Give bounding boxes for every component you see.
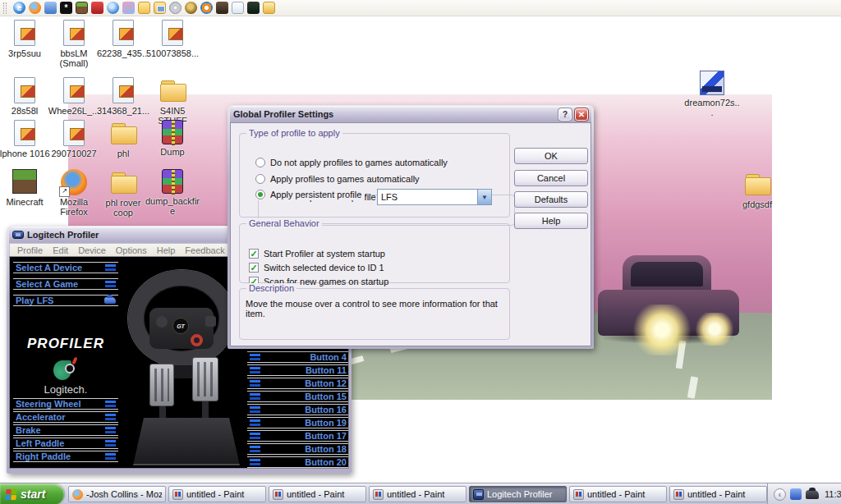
desktop-icon-label: 62238_435... — [97, 48, 149, 58]
radio-label: Do not apply profiles to games automatic… — [270, 158, 448, 167]
nav-steering-wheel[interactable]: Steering Wheel — [13, 398, 118, 410]
internet-explorer-icon[interactable]: e — [13, 2, 25, 14]
nav-select-a-game[interactable]: Select A Game — [13, 278, 118, 290]
checkbox-switch-device-id[interactable]: ✓ Switch selected device to ID 1 — [249, 262, 384, 273]
group-title: Type of profile to apply — [246, 128, 342, 138]
image-file-icon — [14, 77, 35, 103]
nav-left-paddle[interactable]: Left Paddle — [13, 438, 118, 449]
tray-wheel-icon[interactable] — [806, 490, 819, 499]
ok-button[interactable]: OK — [514, 148, 588, 164]
device-nav: Select A Device Select A Game Play LFS — [13, 262, 118, 311]
button-row[interactable]: Button 20 — [247, 456, 349, 468]
taskbar-item-paint[interactable]: untitled - Paint — [369, 486, 466, 502]
desktop-icon[interactable]: Minecraft — [0, 169, 53, 207]
clock[interactable]: 11:34 — [823, 489, 841, 499]
world-of-warcraft-icon[interactable] — [185, 2, 197, 14]
radio-do-not-apply[interactable]: Do not apply profiles to games automatic… — [255, 157, 451, 168]
dialog-titlebar[interactable]: Global Profiler Settings ? ✕ — [230, 106, 591, 122]
desktop-icon[interactable]: phl — [95, 120, 151, 158]
desktop-icon[interactable]: 3rp5suu — [0, 20, 53, 58]
radio-apply-persistent[interactable]: Apply persistent profile — [255, 189, 365, 200]
profiler-logo-text: PROFILER — [13, 336, 118, 352]
menu-edit[interactable]: Edit — [48, 245, 72, 255]
taskbar-item-paint[interactable]: untitled - Paint — [569, 486, 667, 502]
ati-catalyst-icon[interactable] — [91, 2, 103, 14]
taskbar-item-logitech-profiler[interactable]: Logitech Profiler — [469, 486, 567, 502]
menu-feedback[interactable]: Feedback — [181, 245, 228, 255]
start-button[interactable]: start — [0, 483, 64, 504]
nav-brake[interactable]: Brake — [13, 424, 118, 436]
help-titlebar-button[interactable]: ? — [558, 108, 572, 121]
desktop-icon-label: Dump — [160, 147, 184, 157]
desktop-icon[interactable]: bbsLM (Small) — [46, 20, 102, 68]
dark-app-icon[interactable] — [247, 2, 260, 14]
desktop-icon[interactable]: dump_backfire — [145, 169, 200, 216]
nav-play-lfs[interactable]: Play LFS — [13, 295, 118, 306]
folder-icon[interactable] — [138, 2, 150, 14]
nav-label: Play LFS — [16, 296, 53, 305]
button-row[interactable]: Button 15 — [247, 391, 349, 402]
tray-app-icon[interactable] — [790, 488, 802, 500]
desktop-icon[interactable]: 28s58l — [0, 77, 53, 116]
button-row[interactable]: Button 12 — [247, 378, 349, 389]
document-icon[interactable] — [232, 2, 244, 14]
desktop-icon[interactable]: 290710027 — [46, 120, 102, 158]
taskbar-item-paint[interactable]: untitled - Paint — [669, 486, 767, 502]
headlight-glow — [695, 313, 734, 346]
nav-accelerator[interactable]: Accelerator — [13, 411, 118, 423]
chevron-down-icon[interactable]: ▼ — [477, 190, 491, 204]
game-icon[interactable]: * — [60, 2, 72, 14]
minecraft-icon[interactable] — [76, 2, 88, 14]
desktop-icon[interactable]: gfdgsdf — [729, 171, 785, 209]
open-folder-icon[interactable] — [263, 2, 275, 14]
nav-label: Right Paddle — [16, 451, 71, 461]
desktop-icon[interactable]: 510073858... — [145, 20, 200, 58]
messenger-icon[interactable] — [44, 2, 57, 14]
menu-profile[interactable]: Profile — [13, 245, 47, 255]
desktop-icon[interactable]: S4IN5 STUFF — [145, 77, 200, 126]
desktop-icon[interactable]: 62238_435... — [95, 20, 151, 58]
red-dial — [191, 334, 203, 346]
media-player-icon[interactable] — [200, 2, 213, 14]
desktop-icon[interactable]: dreamon72s... — [684, 71, 740, 117]
desktop-icon[interactable]: phl rover coop — [95, 169, 151, 218]
cancel-button[interactable]: Cancel — [514, 170, 588, 186]
button-row[interactable]: Button 17 — [247, 430, 349, 442]
radio-apply-automatically[interactable]: Apply profiles to games automatically — [255, 173, 423, 185]
help-button[interactable]: Help — [514, 213, 588, 229]
taskbar-item-paint[interactable]: untitled - Paint — [168, 486, 266, 502]
wine-glass-icon[interactable] — [122, 2, 135, 14]
button-label: Button 20 — [305, 457, 347, 467]
menu-device[interactable]: Device — [74, 245, 110, 255]
button-row[interactable]: Button 16 — [247, 404, 349, 415]
taskbar-item-firefox[interactable]: -Josh Collins - Mozil... — [68, 486, 166, 502]
desktop-icon[interactable]: Whee26L_... — [46, 77, 102, 116]
desktop-icon[interactable]: Dump — [145, 120, 200, 157]
button-row[interactable]: Button 11 — [247, 364, 349, 376]
button-row[interactable]: Button 4 — [247, 351, 349, 363]
folder-window-icon[interactable] — [154, 2, 166, 14]
desktop-icon[interactable]: Iphone 1016 — [0, 120, 53, 158]
menu-help[interactable]: Help — [153, 245, 180, 255]
creature-icon[interactable] — [216, 2, 228, 14]
disc-icon[interactable] — [169, 2, 182, 14]
desktop-icon-label: Mozilla Firefox — [46, 197, 102, 217]
taskbar-item-paint[interactable]: untitled - Paint — [269, 486, 366, 502]
toolbar-drag-handle[interactable] — [3, 2, 7, 14]
close-button[interactable]: ✕ — [575, 108, 588, 121]
pedal-base — [133, 418, 240, 465]
desktop-icon[interactable]: Mozilla Firefox — [46, 169, 102, 217]
nav-select-a-device[interactable]: Select A Device — [13, 262, 118, 273]
chevron-left-icon[interactable]: ‹ — [774, 488, 786, 501]
button-row[interactable]: Button 19 — [247, 417, 349, 428]
update-orb-icon[interactable] — [107, 2, 119, 14]
firefox-icon[interactable] — [29, 2, 41, 14]
button-row[interactable]: Button 18 — [247, 443, 349, 455]
image-file-icon — [63, 77, 85, 103]
defaults-button[interactable]: Defaults — [514, 191, 588, 208]
desktop-icon[interactable]: 314368_21... — [95, 77, 151, 116]
menu-options[interactable]: Options — [112, 245, 151, 255]
checkbox-start-at-startup[interactable]: ✓ Start Profiler at system startup — [249, 248, 385, 259]
nav-right-paddle[interactable]: Right Paddle — [13, 451, 118, 462]
persistent-profile-combobox[interactable]: LFS ▼ — [377, 189, 492, 205]
